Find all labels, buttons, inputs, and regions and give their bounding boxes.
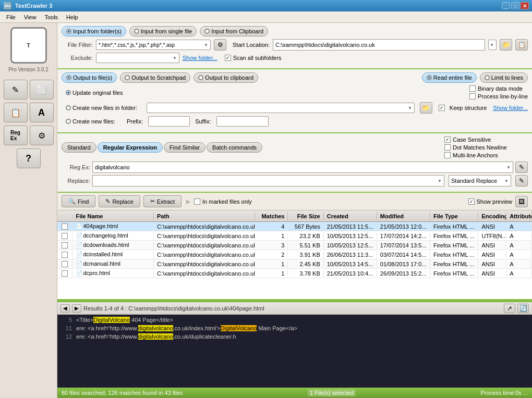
case-sensitive-checkbox[interactable]	[444, 136, 451, 143]
row-checkbox-4[interactable]	[62, 261, 68, 267]
find-button[interactable]: 🔍 Find	[62, 195, 95, 207]
regex-dropdown-icon[interactable]: ▼	[504, 165, 513, 170]
row-check-0[interactable]	[57, 223, 72, 230]
replace-edit-button[interactable]: ✎	[515, 175, 528, 186]
new-folder-browse-button[interactable]: 📁	[420, 102, 432, 114]
next-result-button[interactable]: ▶	[72, 304, 81, 313]
location-dropdown-arrow[interactable]: ▼	[488, 40, 497, 50]
extract-button[interactable]: ✂ Extract	[143, 195, 182, 207]
show-preview-checkbox[interactable]	[468, 198, 475, 205]
row-check-3[interactable]	[57, 251, 72, 258]
location-copy-button[interactable]: 📋	[515, 39, 528, 51]
maximize-button[interactable]: □	[511, 2, 519, 9]
row-encoding-2: ANSI	[478, 242, 506, 249]
settings-button[interactable]: ⚙	[30, 126, 54, 145]
replace-input[interactable]: ▼	[92, 175, 444, 186]
row-checkbox-1[interactable]	[62, 233, 68, 239]
menu-view[interactable]: View	[20, 13, 41, 21]
table-row[interactable]: 📄dcdownloads.html C:\xammpp\htdocs\digit…	[57, 241, 532, 250]
col-header-filetype[interactable]: File Type	[430, 212, 478, 220]
row-filetype-3: Firefox HTML ...	[430, 251, 478, 258]
regex-input[interactable]	[93, 162, 504, 172]
preview-options-button[interactable]: 🖼	[515, 196, 528, 207]
row-check-2[interactable]	[57, 242, 72, 249]
col-header-filename[interactable]: File Name	[72, 212, 153, 220]
col-header-created[interactable]: Created	[324, 212, 377, 220]
col-header-size[interactable]: File Size	[288, 212, 323, 220]
tab-batch[interactable]: Batch commands	[207, 142, 262, 153]
row-checkbox-2[interactable]	[62, 242, 68, 248]
line-content-5: <Title>DigitalVolcano 404 Page</title>	[76, 317, 173, 323]
col-header-encoding[interactable]: Encoding	[478, 212, 506, 220]
regex-edit-button[interactable]: ✎	[515, 161, 528, 173]
menu-help[interactable]: Help	[62, 13, 82, 21]
dot-newline-checkbox[interactable]	[444, 144, 451, 151]
minimize-button[interactable]: _	[502, 2, 510, 9]
table-row[interactable]: 📄dcpro.html C:\xammpp\htdocs\digitalvolc…	[57, 269, 532, 278]
input-clipboard-option[interactable]: Input from Clipboard	[200, 26, 268, 36]
output-files-option[interactable]: Output to file(s)	[62, 72, 117, 83]
row-check-5[interactable]	[57, 270, 72, 277]
table-row[interactable]: 📄404page.html C:\xammpp\htdocs\digitalvo…	[57, 222, 532, 231]
process-line-checkbox[interactable]	[469, 93, 476, 100]
read-entire-file-option[interactable]: Read entire file	[422, 72, 477, 83]
help-button[interactable]: ?	[17, 148, 41, 168]
marked-only-checkbox[interactable]	[194, 198, 200, 205]
new-folder-input[interactable]: ▼	[147, 103, 415, 113]
table-row[interactable]: 📄dcchangelog.html C:\xammpp\htdocs\digit…	[57, 231, 532, 241]
tab-find-similar[interactable]: Find Similar	[164, 142, 205, 153]
input-single-option[interactable]: Input from single file	[129, 26, 197, 36]
row-checkbox-3[interactable]	[62, 252, 68, 258]
start-location-input[interactable]	[273, 39, 485, 51]
col-header-attrs[interactable]: Attributes	[506, 212, 532, 220]
tab-regex[interactable]: Regular Expression	[98, 142, 163, 153]
file-filter-input[interactable]: *.htm*,*.css,*.js,*.jsp,*.php*,*.asp ▼	[96, 40, 211, 50]
row-checkbox-5[interactable]	[62, 270, 68, 277]
binary-mode-row: Binary data mode	[469, 85, 528, 92]
replace-button[interactable]: ✎ Replace	[99, 195, 140, 207]
prev-result-button[interactable]: ◀	[61, 304, 70, 313]
preview-path: Results 1-4 of 4 : C:\xammpp\htdocs\digi…	[83, 305, 502, 312]
output-section: Output to file(s) Output to Scratchpad O…	[57, 69, 532, 133]
create-folder-option[interactable]: Create new files in folder:	[62, 103, 141, 113]
scan-subfolders-checkbox[interactable]	[225, 55, 231, 61]
table-row[interactable]: 📄dcmanual.html C:\xammpp\htdocs\digitalv…	[57, 259, 532, 269]
row-check-4[interactable]	[57, 260, 72, 268]
row-check-1[interactable]	[57, 232, 72, 240]
col-header-path[interactable]: Path	[154, 212, 255, 220]
binary-mode-checkbox[interactable]	[469, 85, 476, 92]
output-clipboard-option[interactable]: Output to clipboard	[194, 72, 258, 83]
create-new-files-option[interactable]: Create new files:	[62, 117, 119, 126]
col-header-matches[interactable]: Matches	[255, 212, 288, 220]
show-folder-link[interactable]: Show folder...	[183, 55, 217, 61]
prefix-input[interactable]	[148, 116, 190, 127]
multiline-checkbox[interactable]	[444, 152, 451, 158]
regex-button[interactable]: RegEx	[4, 126, 28, 145]
input-folder-option[interactable]: Input from folder(s)	[62, 26, 126, 36]
row-checkbox-0[interactable]	[62, 223, 68, 230]
output-show-folder-link[interactable]: Show folder...	[493, 105, 528, 111]
row-filetype-0: Firefox HTML ...	[430, 223, 478, 230]
replace-mode-dropdown[interactable]: Standard Replace ▼	[449, 175, 511, 186]
preview-export-button[interactable]: ↗	[504, 304, 515, 313]
exclude-input[interactable]: ▼	[96, 53, 179, 63]
location-browse-button[interactable]: 📁	[500, 39, 512, 51]
file-filter-settings-button[interactable]: ⚙	[214, 39, 226, 51]
keep-structure-checkbox[interactable]	[439, 105, 445, 111]
left-panel: T Pro Version 3.0.2 ✎ ⬜ 📋 A RegEx ⚙ ?	[0, 23, 57, 398]
col-header-modified[interactable]: Modified	[377, 212, 430, 220]
preview-refresh-button[interactable]: 🔄	[517, 304, 529, 313]
menu-file[interactable]: File	[2, 13, 20, 21]
bookmark-button[interactable]: 📋	[4, 103, 28, 122]
menu-tools[interactable]: Tools	[40, 13, 62, 21]
limit-lines-option[interactable]: Limit to lines	[480, 72, 528, 83]
suffix-input[interactable]	[216, 116, 269, 127]
tab-standard[interactable]: Standard	[62, 142, 96, 153]
output-scratchpad-option[interactable]: Output to Scratchpad	[120, 72, 190, 83]
table-row[interactable]: 📄dcinstalled.html C:\xammpp\htdocs\digit…	[57, 250, 532, 259]
update-original-option[interactable]: Update original files	[62, 88, 127, 97]
copy-button[interactable]: ⬜	[30, 80, 54, 100]
font-button[interactable]: A	[30, 103, 54, 122]
edit-button[interactable]: ✎	[4, 80, 28, 100]
close-button[interactable]: ✕	[521, 2, 529, 9]
